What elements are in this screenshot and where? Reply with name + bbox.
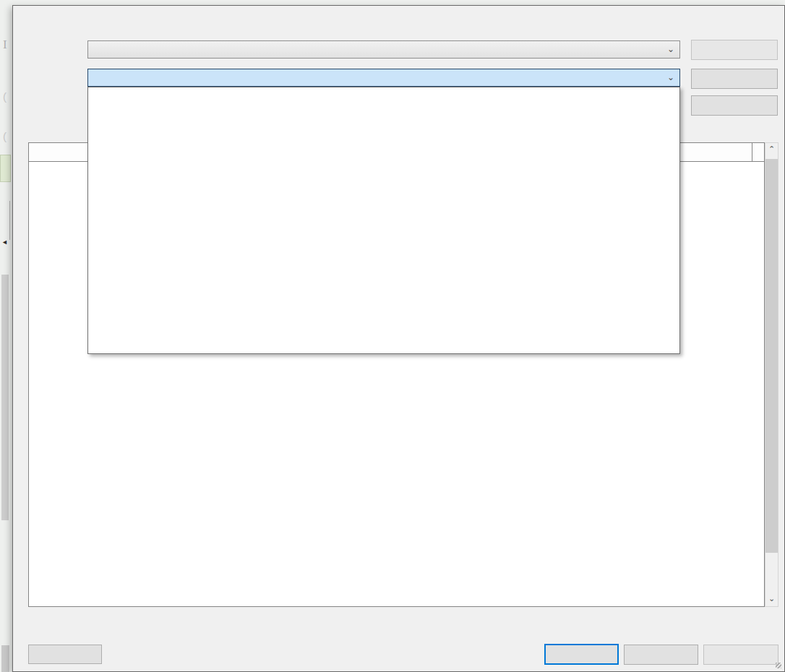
background-divider — [9, 201, 10, 240]
equals-column-header — [752, 143, 764, 161]
background-scrollbar[interactable] — [1, 275, 9, 520]
scroll-down-icon[interactable]: ⌄ — [765, 593, 778, 606]
background-scrollbar-end — [1, 645, 9, 672]
preview-button[interactable] — [28, 645, 102, 664]
table-scrollbar[interactable]: ⌃ ⌄ — [765, 142, 778, 607]
background-panel — [0, 155, 11, 182]
resize-grip[interactable] — [776, 663, 781, 668]
scroll-up-icon[interactable]: ⌃ — [765, 143, 778, 157]
type-combobox[interactable]: ⌄ — [87, 69, 680, 87]
background-shape: ( — [3, 130, 7, 142]
cancel-button[interactable] — [624, 645, 698, 665]
close-icon[interactable] — [767, 12, 783, 27]
rename-button[interactable] — [691, 95, 778, 116]
triangle-icon: ◄ — [1, 238, 8, 246]
ibeam-icon: I — [3, 38, 7, 52]
type-dropdown-list — [87, 87, 680, 354]
ok-button[interactable] — [544, 644, 619, 665]
screen: I ( ( ◄ ⌄ ⌄ — [0, 0, 785, 672]
scrollbar-thumb[interactable] — [765, 159, 778, 553]
type-properties-dialog: ⌄ ⌄ ⌃ ⌄ — [12, 5, 785, 672]
background-ribbon-fragments — [0, 0, 785, 5]
chevron-down-icon: ⌄ — [667, 41, 674, 58]
background-shape: ( — [3, 90, 7, 103]
chevron-down-icon: ⌄ — [667, 69, 674, 86]
load-button[interactable] — [691, 40, 778, 60]
background-app-strip: I ( ( ◄ — [0, 0, 12, 672]
apply-button[interactable] — [703, 645, 778, 665]
family-combobox[interactable]: ⌄ — [87, 40, 680, 59]
duplicate-button[interactable] — [691, 69, 778, 89]
